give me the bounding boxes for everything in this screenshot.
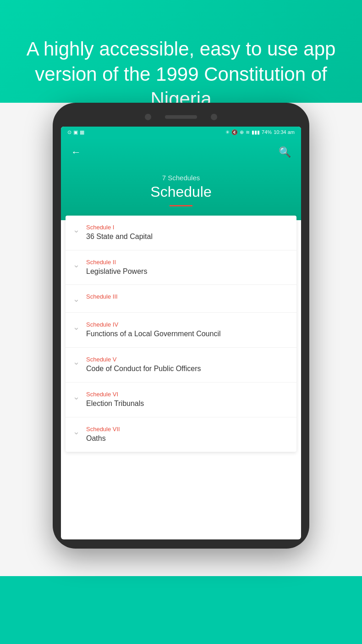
schedule-item-content-4: Schedule IV Functions of a Local Governm… [86,321,289,339]
schedule-item-1[interactable]: ⌄ Schedule I 36 State and Capital [66,216,296,250]
schedule-header: 7 Schedules Schedule [61,174,301,220]
back-button[interactable]: ← [69,144,83,160]
schedule-item-content-1: Schedule I 36 State and Capital [86,224,289,242]
phone-camera-right [211,114,217,120]
battery-text: 74% [262,129,272,135]
schedule-item-3[interactable]: ⌄ Schedule III [66,285,296,313]
schedule-name-1: 36 State and Capital [86,232,289,242]
phone-camera [145,114,151,120]
chevron-icon-6: ⌄ [73,392,80,402]
status-icons-left: ⊙ ▣ ▦ [67,129,84,135]
schedule-item-content-3: Schedule III [86,293,289,301]
mute-icon: 🔇 [231,129,238,135]
bottom-section: ⊙ ▣ ▦ ✳ 🔇 ⊕ ≋ ▮▮▮ 74% 10:34 am [0,103,362,576]
schedule-count: 7 Schedules [70,174,292,182]
schedule-label-6: Schedule VI [86,391,289,398]
schedule-name-2: Legislative Powers [86,267,289,277]
phone-speaker [165,115,197,119]
chevron-icon-3: ⌄ [73,294,80,304]
schedule-item-5[interactable]: ⌄ Schedule V Code of Conduct for Public … [66,348,296,383]
status-bar: ⊙ ▣ ▦ ✳ 🔇 ⊕ ≋ ▮▮▮ 74% 10:34 am [61,127,301,138]
alarm-icon: ⊕ [240,129,244,135]
chevron-icon-5: ⌄ [73,357,80,367]
search-button[interactable]: 🔍 [277,144,293,160]
app-toolbar: ← 🔍 [61,138,301,174]
schedule-item-7[interactable]: ⌄ Schedule VII Oaths [66,417,296,452]
schedule-label-2: Schedule II [86,259,289,266]
schedule-item-4[interactable]: ⌄ Schedule IV Functions of a Local Gover… [66,313,296,348]
chevron-icon-4: ⌄ [73,322,80,332]
phone-icon: ▣ [73,129,78,135]
time-text: 10:34 am [274,129,295,135]
schedule-label-5: Schedule V [86,356,289,363]
schedule-title: Schedule [70,183,292,200]
schedule-list: ⌄ Schedule I 36 State and Capital ⌄ Sche… [66,216,296,452]
phone-screen: ⊙ ▣ ▦ ✳ 🔇 ⊕ ≋ ▮▮▮ 74% 10:34 am [61,127,301,539]
schedule-item-content-5: Schedule V Code of Conduct for Public Of… [86,356,289,374]
schedule-name-6: Election Tribunals [86,399,289,409]
schedule-underline [170,205,192,206]
phone-frame: ⊙ ▣ ▦ ✳ 🔇 ⊕ ≋ ▮▮▮ 74% 10:34 am [53,103,309,549]
chevron-icon-1: ⌄ [73,225,80,235]
schedule-item-content-2: Schedule II Legislative Powers [86,259,289,277]
image-icon: ▦ [80,129,84,135]
schedule-label-3: Schedule III [86,293,289,300]
headline: A highly accessible, easy to use app ver… [18,37,344,112]
wifi-icon: ≋ [246,129,250,135]
schedule-item-content-6: Schedule VI Election Tribunals [86,391,289,409]
phone-wrapper: ⊙ ▣ ▦ ✳ 🔇 ⊕ ≋ ▮▮▮ 74% 10:34 am [0,103,362,549]
schedule-name-4: Functions of a Local Government Council [86,329,289,339]
schedule-label-1: Schedule I [86,224,289,231]
chevron-icon-2: ⌄ [73,260,80,270]
chevron-icon-7: ⌄ [73,427,80,437]
schedule-item-2[interactable]: ⌄ Schedule II Legislative Powers [66,250,296,285]
status-icons-right: ✳ 🔇 ⊕ ≋ ▮▮▮ 74% 10:34 am [225,129,295,135]
schedule-item-content-7: Schedule VII Oaths [86,426,289,444]
schedule-name-5: Code of Conduct for Public Officers [86,364,289,374]
signal-icon: ▮▮▮ [252,129,260,135]
schedule-name-7: Oaths [86,434,289,444]
bluetooth-icon: ✳ [225,129,230,135]
schedule-item-6[interactable]: ⌄ Schedule VI Election Tribunals [66,383,296,417]
phone-top-bar [61,112,301,122]
schedule-label-7: Schedule VII [86,426,289,433]
spotify-icon: ⊙ [67,129,71,135]
schedule-label-4: Schedule IV [86,321,289,328]
